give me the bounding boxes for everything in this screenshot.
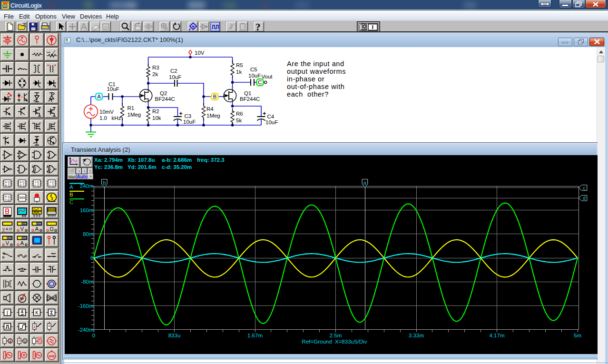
svg-text:a: a: [363, 180, 366, 186]
svg-text:240m: 240m: [80, 183, 94, 189]
svg-text:833u: 833u: [168, 333, 181, 338]
svg-text:Xa: 2.794m: Xa: 2.794m: [94, 157, 123, 163]
svg-text:b: b: [103, 180, 106, 186]
svg-text:5m: 5m: [574, 333, 581, 338]
svg-text:freq: 372.3: freq: 372.3: [197, 157, 225, 163]
svg-text:Ref=Ground X=833uS/Div: Ref=Ground X=833uS/Div: [302, 339, 367, 344]
svg-text:160m: 160m: [80, 207, 94, 213]
svg-text:A: A: [69, 184, 73, 190]
svg-text:Yc: 236.8m: Yc: 236.8m: [94, 164, 123, 170]
svg-text:80m: 80m: [83, 231, 93, 237]
svg-text:0: 0: [92, 333, 95, 338]
svg-text:3.33m: 3.33m: [409, 333, 424, 338]
svg-text:C: C: [69, 199, 73, 205]
svg-text:Yd: 201.6m: Yd: 201.6m: [127, 164, 157, 170]
svg-text:-240m: -240m: [78, 327, 94, 333]
svg-text:-80m: -80m: [81, 279, 93, 285]
svg-text:2.5m: 2.5m: [330, 333, 342, 338]
svg-text:1.67m: 1.67m: [247, 333, 263, 338]
svg-text:4.17m: 4.17m: [490, 333, 505, 338]
svg-text:Xb: 107.8u: Xb: 107.8u: [127, 157, 155, 163]
svg-text:-160m: -160m: [78, 303, 94, 309]
svg-text:c-d: 35.20m: c-d: 35.20m: [162, 164, 192, 170]
svg-text:0: 0: [90, 255, 93, 261]
svg-text:B: B: [69, 192, 73, 197]
svg-text:a-b: 2.686m: a-b: 2.686m: [162, 157, 192, 163]
svg-text:c: c: [583, 186, 586, 191]
svg-text:d: d: [583, 196, 586, 201]
